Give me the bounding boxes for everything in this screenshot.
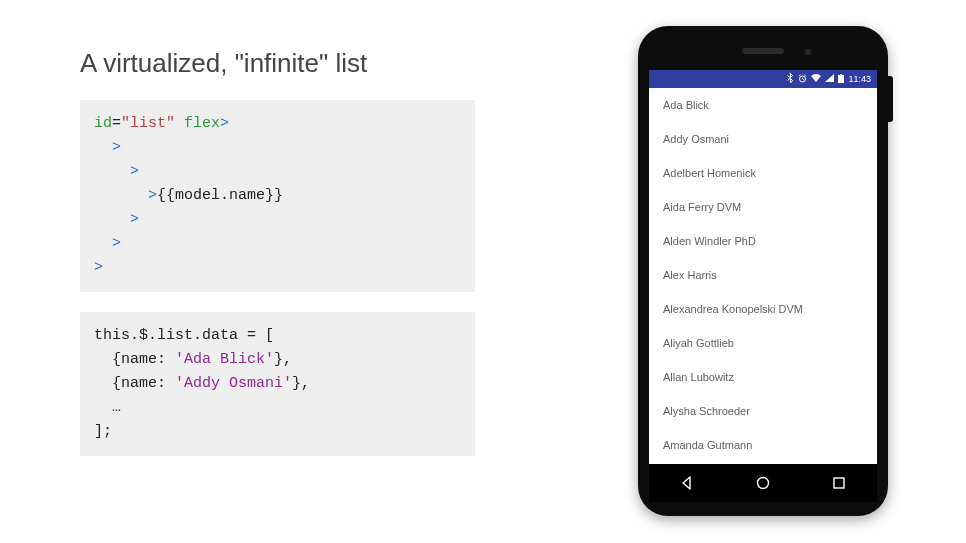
slide-title: A virtualized, "infinite" list <box>80 48 367 79</box>
list-item[interactable]: Aida Ferry DVM <box>649 190 877 224</box>
signal-icon <box>825 74 834 84</box>
phone-screen: 11:43 Ada BlickAddy OsmaniAdelbert Homen… <box>649 70 877 464</box>
code-line: {name: 'Ada Blick'}, <box>94 348 461 372</box>
code-line: > <box>94 160 461 184</box>
code-line: id="list" flex> <box>94 112 461 136</box>
list-item[interactable]: Alexandrea Konopelski DVM <box>649 292 877 326</box>
code-block-html: id="list" flex> > > >{{model.name}} > >> <box>80 100 475 292</box>
list-item[interactable]: Addy Osmani <box>649 122 877 156</box>
bluetooth-icon <box>786 73 794 85</box>
nav-back-icon[interactable] <box>679 475 695 491</box>
list-item[interactable]: Alden Windler PhD <box>649 224 877 258</box>
phone-camera <box>805 49 811 55</box>
code-line: > <box>94 136 461 160</box>
battery-icon <box>838 74 844 85</box>
list-item[interactable]: Allan Lubowitz <box>649 360 877 394</box>
list-item[interactable]: Alysha Schroeder <box>649 394 877 428</box>
list-item[interactable]: Aliyah Gottlieb <box>649 326 877 360</box>
code-line: … <box>94 396 461 420</box>
svg-point-3 <box>758 478 769 489</box>
svg-rect-4 <box>834 478 844 488</box>
nav-recent-icon[interactable] <box>831 475 847 491</box>
code-line: > <box>94 256 461 280</box>
phone-speaker <box>742 48 784 54</box>
status-bar: 11:43 <box>649 70 877 88</box>
list-item[interactable]: Amanda Gutmann <box>649 428 877 462</box>
code-line: >{{model.name}} <box>94 184 461 208</box>
list-item[interactable]: Adelbert Homenick <box>649 156 877 190</box>
code-line: > <box>94 208 461 232</box>
wifi-icon <box>811 74 821 84</box>
list-item[interactable]: Alex Harris <box>649 258 877 292</box>
alarm-icon <box>798 74 807 85</box>
android-nav-bar <box>649 464 877 502</box>
svg-rect-2 <box>840 74 842 75</box>
nav-home-icon[interactable] <box>755 475 771 491</box>
code-line: this.$.list.data = [ <box>94 324 461 348</box>
code-line: ]; <box>94 420 461 444</box>
slide: A virtualized, "infinite" list id="list"… <box>0 0 966 543</box>
phone-mockup: 11:43 Ada BlickAddy OsmaniAdelbert Homen… <box>638 26 888 516</box>
code-line: {name: 'Addy Osmani'}, <box>94 372 461 396</box>
status-time: 11:43 <box>848 74 871 84</box>
code-line: > <box>94 232 461 256</box>
contacts-list[interactable]: Ada BlickAddy OsmaniAdelbert HomenickAid… <box>649 88 877 464</box>
code-block-js: this.$.list.data = [ {name: 'Ada Blick'}… <box>80 312 475 456</box>
svg-rect-1 <box>838 75 844 83</box>
list-item[interactable]: Ada Blick <box>649 88 877 122</box>
